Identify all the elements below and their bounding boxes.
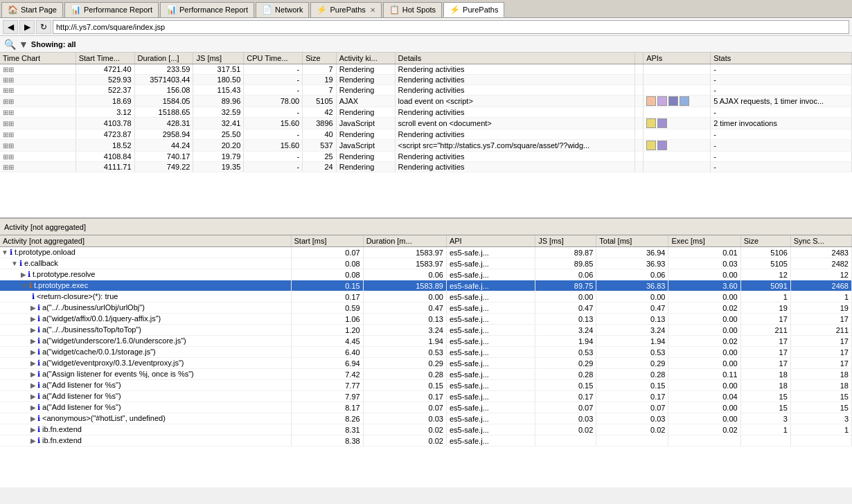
lower-cell-exec: 3.60	[668, 280, 740, 291]
tab-purepaths-2[interactable]: ⚡ PurePaths	[443, 2, 504, 17]
col-stats[interactable]: Stats	[711, 53, 852, 64]
node-name-label: a("Add listener for %s")	[42, 392, 121, 400]
tree-expand-icon[interactable]: ▶	[30, 404, 36, 411]
col-js[interactable]: JS [ms]	[193, 53, 244, 64]
tree-expand-icon[interactable]: ▶	[30, 304, 36, 312]
cell-time-chart: ⊞⊞	[0, 85, 76, 96]
forward-button[interactable]: ▶	[19, 20, 35, 34]
tree-expand-icon[interactable]: ▼	[1, 249, 8, 256]
lower-table-row[interactable]: ▼ℹe.callback0.081583.97es5-safe.j...89.8…	[0, 258, 852, 269]
lower-col-api[interactable]: API	[446, 235, 535, 247]
lower-table-row[interactable]: ▶ℹa("Add listener for %s")7.970.17es5-sa…	[0, 391, 852, 402]
upper-table-row[interactable]: ⊞⊞529.933571403.44180.50-19RenderingRend…	[0, 75, 852, 85]
lower-cell-start: 0.07	[291, 247, 363, 258]
lower-table-row[interactable]: ▶ℹa("Assign listener for events %j, once…	[0, 369, 852, 380]
refresh-button[interactable]: ↻	[36, 20, 51, 34]
tree-expand-icon[interactable]: ▶	[30, 393, 36, 400]
filter-dropdown-icon[interactable]: ▼	[19, 39, 28, 50]
tab-purepaths-1-close[interactable]: ✕	[370, 6, 375, 14]
lower-table-row[interactable]: ▶ℹa("widget/underscore/1.6.0/underscore.…	[0, 336, 852, 347]
tab-network[interactable]: 📄 Network	[256, 2, 309, 17]
col-cpu[interactable]: CPU Time...	[244, 53, 303, 64]
col-apis[interactable]: APIs	[644, 53, 711, 64]
upper-table-row[interactable]: ⊞⊞3.1215188.6532.59-42RenderingRendering…	[0, 107, 852, 118]
tree-expand-icon[interactable]: ▶	[30, 426, 36, 433]
tree-expand-icon[interactable]: ▶	[30, 326, 36, 334]
upper-cell: 40	[303, 129, 337, 140]
lower-col-duration[interactable]: Duration [m...	[363, 235, 446, 247]
lower-table-row[interactable]: ▶ℹa("Add listener for %s")8.170.07es5-sa…	[0, 402, 852, 413]
col-start-time[interactable]: Start Time...	[76, 53, 134, 64]
lower-table-row[interactable]: ▶ℹib.fn.extend8.310.02es5-safe.j...0.020…	[0, 424, 852, 435]
lower-table-row[interactable]: ▶ℹa("../../business/urlObj/urlObj")0.590…	[0, 303, 852, 314]
lower-cell-start: 1.06	[291, 314, 363, 325]
tree-expand-icon[interactable]: ▶	[30, 370, 36, 378]
lower-col-exec[interactable]: Exec [ms]	[668, 235, 740, 247]
lower-table-row[interactable]: ▶ℹa("widget/eventproxy/0.3.1/eventproxy.…	[0, 358, 852, 369]
tab-start-page[interactable]: 🏠 Start Page	[1, 2, 63, 17]
url-bar[interactable]	[53, 20, 849, 34]
tab-performance-report-2[interactable]: 📊 Performance Report	[160, 2, 254, 17]
lower-table-row[interactable]: ▼ℹt.prototype.exec0.151583.89es5-safe.j.…	[0, 280, 852, 291]
node-name-label: <return-closure>(*): true	[37, 292, 118, 300]
lower-col-start[interactable]: Start [ms]	[291, 235, 363, 247]
lower-col-total[interactable]: Total [ms]	[596, 235, 668, 247]
lower-table-row[interactable]: ▶ℹib.fn.extend8.380.02es5-safe.j...	[0, 435, 852, 447]
lower-cell-js: 0.47	[535, 303, 596, 314]
cell-activity-name: ▶ℹib.fn.extend	[0, 424, 291, 435]
tree-expand-icon[interactable]: ▶	[30, 437, 36, 444]
lower-table-row[interactable]: ▶ℹt.prototype.resolve0.080.06es5-safe.j.…	[0, 269, 852, 280]
upper-table-row[interactable]: ⊞⊞4721.40233.59317.51-7RenderingRenderin…	[0, 64, 852, 75]
upper-cell: Rendering	[336, 129, 395, 140]
tab-hot-spots[interactable]: 📋 Hot Spots	[383, 2, 442, 17]
tree-expand-icon[interactable]: ▶	[30, 315, 36, 323]
tree-expand-icon[interactable]: ▶	[30, 359, 36, 367]
lower-cell-start: 0.08	[291, 258, 363, 269]
tab-purepaths-1[interactable]: ⚡ PurePaths ✕	[310, 2, 381, 17]
upper-table-row[interactable]: ⊞⊞18.691584.0589.9678.005105AJAXload eve…	[0, 96, 852, 107]
upper-cell: -	[244, 107, 303, 118]
tree-expand-icon[interactable]: ▼	[11, 260, 18, 267]
tree-expand-icon[interactable]: ▶	[30, 348, 36, 356]
upper-table-row[interactable]: ⊞⊞4103.78428.3132.4115.603896JavaScripts…	[0, 118, 852, 129]
upper-table-row[interactable]: ⊞⊞4111.71749.2219.35-24RenderingRenderin…	[0, 162, 852, 172]
lower-table-row[interactable]: ▶ℹa("widget/affix/0.0.1/jquery-affix.js"…	[0, 314, 852, 325]
upper-table-row[interactable]: ⊞⊞522.37156.08115.43-7RenderingRendering…	[0, 85, 852, 96]
col-details[interactable]: Details	[395, 53, 634, 64]
col-time-chart[interactable]: Time Chart	[0, 53, 76, 64]
tree-expand-icon[interactable]: ▶	[21, 271, 26, 278]
lower-col-js[interactable]: JS [ms]	[535, 235, 596, 247]
col-activity[interactable]: Activity ki...	[336, 53, 395, 64]
lower-cell-exec: 0.00	[668, 380, 740, 391]
lower-cell-total: 36.83	[596, 280, 668, 291]
cell-stats: -	[711, 75, 852, 85]
lower-col-activity[interactable]: Activity [not aggregated]	[0, 235, 291, 247]
lower-table-row[interactable]: ℹ<return-closure>(*): true0.170.00es5-sa…	[0, 291, 852, 303]
col-size[interactable]: Size	[303, 53, 337, 64]
tab-performance-report-1[interactable]: 📊 Performance Report	[64, 2, 159, 17]
lower-col-size[interactable]: Size	[740, 235, 790, 247]
tree-expand-icon[interactable]: ▶	[30, 381, 36, 389]
lower-table-row[interactable]: ▶ℹ<anonymous>("#hotList", undefined)8.26…	[0, 413, 852, 424]
upper-table-row[interactable]: ⊞⊞4723.872958.9425.50-40RenderingRenderi…	[0, 129, 852, 140]
back-button[interactable]: ◀	[3, 20, 18, 34]
lower-table-row[interactable]: ▶ℹa("../../business/toTop/toTop")1.203.2…	[0, 325, 852, 336]
tree-expand-icon[interactable]: ▼	[21, 282, 28, 289]
lower-table-row[interactable]: ▼ℹt.prototype.onload0.071583.97es5-safe.…	[0, 247, 852, 258]
lower-table-row[interactable]: ▶ℹa("widget/cache/0.0.1/storage.js")6.40…	[0, 347, 852, 358]
tree-expand-icon[interactable]: ▶	[30, 337, 36, 345]
upper-cell: 18.52	[76, 140, 134, 152]
lower-col-sync[interactable]: Sync S...	[790, 235, 851, 247]
upper-table-row[interactable]: ⊞⊞4108.84740.1719.79-25RenderingRenderin…	[0, 152, 852, 162]
col-duration[interactable]: Duration [...]	[134, 53, 193, 64]
upper-table-row[interactable]: ⊞⊞18.5244.2420.2015.60537JavaScript<scri…	[0, 140, 852, 152]
lower-cell-js: 0.02	[535, 424, 596, 435]
tree-expand-icon[interactable]: ▶	[30, 415, 36, 422]
lower-table-row[interactable]: ▶ℹa("Add listener for %s")7.770.15es5-sa…	[0, 380, 852, 391]
lower-cell-api: es5-safe.j...	[446, 402, 535, 413]
lower-cell-start: 0.08	[291, 269, 363, 280]
lower-cell-total: 1.94	[596, 336, 668, 347]
upper-cell	[635, 118, 644, 129]
filter-icon[interactable]: 🔍	[4, 39, 16, 50]
lower-cell-js: 0.06	[535, 269, 596, 280]
